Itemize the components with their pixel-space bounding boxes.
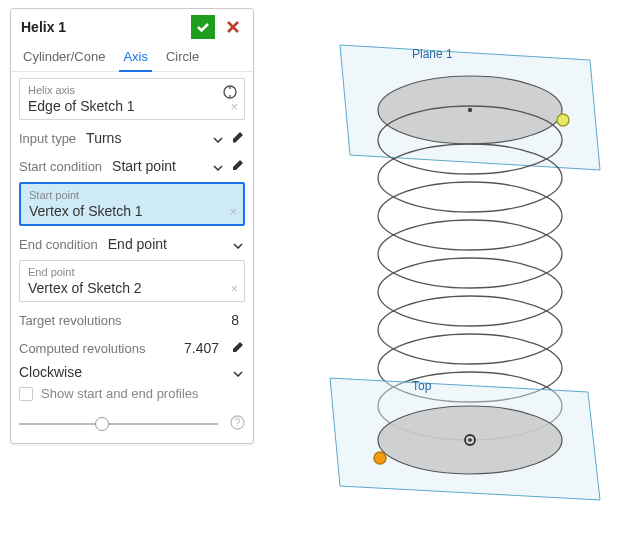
input-type-label: Input type [19, 131, 76, 146]
chevron-down-icon[interactable] [233, 365, 243, 380]
check-icon [195, 19, 211, 35]
start-condition-row: Start condition Start point [19, 154, 245, 178]
opacity-slider-row: ? [19, 411, 245, 435]
help-icon[interactable]: ? [230, 415, 245, 433]
start-point-label: Start point [29, 188, 237, 202]
chevron-down-icon[interactable] [213, 159, 223, 174]
tab-bar: Cylinder/Cone Axis Circle [11, 43, 253, 72]
target-revolutions-label: Target revolutions [19, 313, 122, 328]
svg-text:?: ? [235, 417, 241, 428]
computed-revolutions-value: 7.407 [145, 340, 225, 356]
end-point-value: Vertex of Sketch 2 [28, 279, 238, 297]
edit-icon[interactable] [231, 340, 245, 357]
mate-connector-icon[interactable] [222, 84, 238, 103]
plane-top-label: Plane 1 [412, 47, 453, 61]
input-type-row: Input type Turns [19, 126, 245, 150]
tab-circle[interactable]: Circle [162, 43, 203, 71]
panel-body: Helix axis Edge of Sketch 1 × Input type… [11, 72, 253, 443]
show-profiles-label: Show start and end profiles [41, 386, 199, 401]
slider-thumb[interactable] [95, 417, 109, 431]
svg-point-11 [378, 296, 562, 364]
chevron-down-icon[interactable] [233, 237, 243, 252]
3d-viewport[interactable]: Plane 1 Top [280, 0, 636, 537]
svg-point-8 [378, 182, 562, 250]
direction-dropdown[interactable]: Clockwise [19, 364, 229, 380]
tab-axis[interactable]: Axis [119, 43, 152, 71]
plane-bottom-label: Top [412, 379, 432, 393]
end-vertex-marker[interactable] [557, 114, 569, 126]
cancel-button[interactable] [221, 15, 245, 39]
input-type-dropdown[interactable]: Turns [76, 130, 209, 146]
helix-axis-field[interactable]: Helix axis Edge of Sketch 1 × [19, 78, 245, 120]
svg-point-17 [468, 438, 472, 442]
computed-revolutions-label: Computed revolutions [19, 341, 145, 356]
edit-icon[interactable] [231, 130, 245, 147]
start-condition-label: Start condition [19, 159, 102, 174]
accept-button[interactable] [191, 15, 215, 39]
end-condition-label: End condition [19, 237, 98, 252]
target-revolutions-row: Target revolutions 8 [19, 308, 245, 332]
close-icon [225, 19, 241, 35]
clear-start-point-button[interactable]: × [229, 204, 237, 219]
opacity-slider[interactable] [19, 423, 218, 425]
edit-icon[interactable] [231, 158, 245, 175]
clear-end-point-button[interactable]: × [230, 281, 238, 296]
end-point-field[interactable]: End point Vertex of Sketch 2 × [19, 260, 245, 302]
end-point-label: End point [28, 265, 238, 279]
svg-point-18 [557, 114, 569, 126]
show-profiles-row[interactable]: Show start and end profiles [19, 386, 245, 401]
start-vertex-marker[interactable] [374, 452, 386, 464]
panel-header: Helix 1 [11, 9, 253, 43]
helix-properties-panel: Helix 1 Cylinder/Cone Axis Circle Helix … [10, 8, 254, 444]
helix-top-face [378, 76, 562, 144]
helix-axis-label: Helix axis [28, 83, 238, 97]
chevron-down-icon[interactable] [213, 131, 223, 146]
svg-point-5 [468, 108, 472, 112]
start-point-field[interactable]: Start point Vertex of Sketch 1 × [19, 182, 245, 226]
target-revolutions-value[interactable]: 8 [122, 312, 245, 328]
start-condition-dropdown[interactable]: Start point [102, 158, 209, 174]
end-condition-row: End condition End point [19, 232, 245, 256]
computed-revolutions-row: Computed revolutions 7.407 [19, 336, 245, 360]
svg-point-19 [374, 452, 386, 464]
panel-title: Helix 1 [21, 19, 191, 35]
helix-bottom-face [378, 406, 562, 474]
helix-axis-value: Edge of Sketch 1 [28, 97, 238, 115]
svg-point-9 [378, 220, 562, 288]
tab-cylinder-cone[interactable]: Cylinder/Cone [19, 43, 109, 71]
end-condition-dropdown[interactable]: End point [98, 236, 229, 252]
svg-point-10 [378, 258, 562, 326]
direction-row: Clockwise [19, 364, 245, 380]
start-point-value: Vertex of Sketch 1 [29, 202, 237, 220]
show-profiles-checkbox[interactable] [19, 387, 33, 401]
